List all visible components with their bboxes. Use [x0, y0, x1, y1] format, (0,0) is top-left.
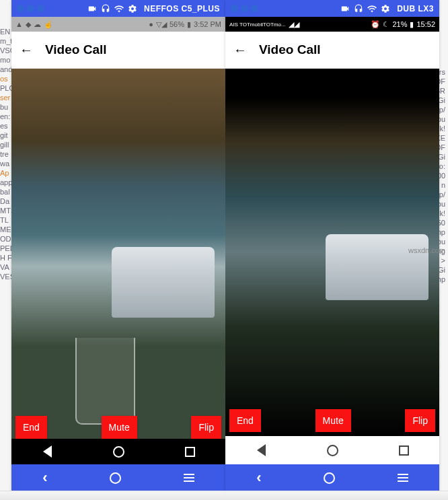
headphones-icon	[101, 4, 110, 13]
battery-icon: ▮	[187, 20, 191, 29]
nav-home[interactable]	[325, 443, 340, 458]
emulator-window-right: DUB LX3 AIS TOTmobilTOTmo... ◢◢ ⏰ ☾ 21% …	[225, 0, 439, 491]
call-controls: End Mute Flip	[11, 416, 225, 439]
app-title: Video Call	[45, 42, 107, 57]
nav-recent[interactable]	[396, 443, 411, 458]
emu-menu-icon[interactable]	[398, 474, 408, 482]
end-call-button[interactable]: End	[15, 416, 47, 439]
app-bar: ← Video Call	[11, 32, 225, 69]
nav-home[interactable]	[111, 444, 126, 459]
emu-home-icon[interactable]	[110, 472, 121, 484]
scene-vehicle	[112, 247, 215, 318]
android-nav-bar	[11, 439, 225, 464]
emulator-nav-bar: ‹	[225, 464, 439, 491]
battery-percent: 21%	[392, 20, 407, 28]
app-title: Video Call	[259, 42, 321, 57]
android-status-bar: ▲ ◆ ☁ ☝ ● ▽◢ 56% ▮ 3:52 PM	[11, 17, 225, 32]
back-arrow-icon[interactable]: ←	[233, 42, 247, 58]
window-min-dot[interactable]	[27, 5, 34, 12]
window-min-dot[interactable]	[241, 5, 248, 12]
emulator-window-left: NEFFOS C5_PLUS ▲ ◆ ☁ ☝ ● ▽◢ 56% ▮ 3:52 P…	[11, 0, 225, 491]
video-remote-feed	[11, 69, 225, 464]
mute-button[interactable]: Mute	[102, 416, 137, 439]
nav-back[interactable]	[40, 444, 54, 459]
carrier-label: AIS TOTmobilTOTmo...	[229, 22, 286, 28]
scene-glass	[75, 338, 135, 425]
window-max-dot[interactable]	[37, 5, 44, 12]
headphones-icon	[354, 4, 363, 13]
watermark: wsxdn.com	[408, 246, 445, 254]
emu-back-icon[interactable]: ‹	[42, 469, 47, 487]
emulator-title-bar: DUB LX3	[225, 0, 439, 17]
clock: 3:52 PM	[194, 20, 221, 28]
alarm-icon: ⏰	[371, 20, 380, 29]
os-dock	[0, 491, 448, 500]
warning-icon: ▲	[15, 20, 23, 28]
videocam-icon	[87, 4, 97, 13]
clock: 15:52	[416, 20, 435, 28]
videocam-icon	[340, 4, 350, 13]
mute-button[interactable]: Mute	[315, 409, 351, 432]
window-close-dot[interactable]	[231, 5, 238, 12]
notification-icon: ◆	[26, 20, 31, 29]
gear-icon	[128, 4, 137, 13]
app-bar: ← Video Call	[225, 32, 439, 69]
battery-icon: ▮	[410, 20, 414, 29]
signal-icon: ◢◢	[289, 20, 299, 29]
touch-icon: ☝	[44, 20, 53, 29]
emu-home-icon[interactable]	[324, 472, 335, 484]
cloud-icon: ☁	[34, 20, 41, 29]
wifi-icon	[367, 4, 377, 13]
video-remote-feed	[225, 69, 439, 436]
dot-icon: ●	[149, 20, 153, 28]
android-status-bar: AIS TOTmobilTOTmo... ◢◢ ⏰ ☾ 21% ▮ 15:52	[225, 17, 439, 32]
emulator-title-bar: NEFFOS C5_PLUS	[11, 0, 225, 17]
nav-back[interactable]	[254, 443, 268, 458]
end-call-button[interactable]: End	[229, 409, 261, 432]
nav-recent[interactable]	[182, 444, 197, 459]
device-name: NEFFOS C5_PLUS	[144, 4, 220, 13]
video-call-area[interactable]: End Mute Flip	[225, 69, 439, 436]
emu-menu-icon[interactable]	[184, 474, 194, 482]
android-nav-bar	[225, 436, 439, 464]
video-call-area[interactable]: End Mute Flip	[11, 69, 225, 464]
window-close-dot[interactable]	[17, 5, 24, 12]
emu-back-icon[interactable]: ‹	[256, 469, 261, 487]
emulator-nav-bar: ‹	[11, 464, 225, 491]
window-max-dot[interactable]	[251, 5, 258, 12]
scene-vehicle	[326, 234, 428, 300]
moon-icon: ☾	[383, 20, 389, 29]
device-name: DUB LX3	[397, 4, 434, 13]
battery-percent: 56%	[170, 20, 184, 28]
back-arrow-icon[interactable]: ←	[20, 42, 33, 58]
flip-camera-button[interactable]: Flip	[405, 409, 435, 432]
call-controls: End Mute Flip	[225, 409, 439, 432]
flip-camera-button[interactable]: Flip	[191, 416, 221, 439]
signal-icon: ▽◢	[156, 20, 167, 29]
gear-icon	[381, 4, 390, 13]
wifi-icon	[114, 4, 124, 13]
